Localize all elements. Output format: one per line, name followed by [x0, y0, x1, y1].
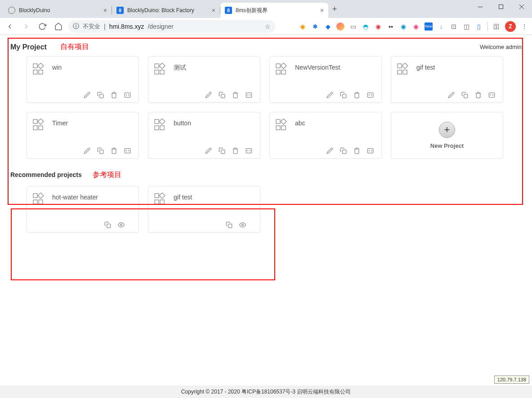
forward-button[interactable]	[20, 20, 32, 33]
globe-icon	[8, 7, 15, 14]
ext-icon[interactable]: ◆	[324, 22, 332, 31]
copy-icon[interactable]	[219, 147, 226, 155]
svg-rect-48	[33, 200, 37, 204]
copy-icon[interactable]	[97, 147, 104, 155]
delete-icon[interactable]	[111, 147, 118, 155]
url-host: hmi.8ms.xyz	[109, 23, 144, 30]
reload-button[interactable]	[36, 20, 49, 33]
delete-icon[interactable]	[475, 92, 482, 99]
annotation-text: 自有项目	[60, 42, 89, 52]
site-icon: 8	[116, 7, 124, 14]
separator	[487, 22, 488, 31]
code-icon[interactable]	[124, 147, 131, 155]
delete-icon[interactable]	[232, 92, 239, 99]
ext-icon[interactable]: ◫	[462, 22, 470, 31]
url-input[interactable]: ⓘ 不安全 | hmi.8ms.xyz/designer ☆	[68, 20, 275, 33]
recommended-card[interactable]: hot-water heater	[27, 186, 139, 233]
ext-icon[interactable]: ▯	[475, 22, 483, 31]
svg-rect-54	[155, 200, 159, 204]
code-icon[interactable]	[124, 92, 131, 99]
minimize-button[interactable]	[470, 0, 491, 13]
page-content: My Project 自有项目 Welcome admin win 测试 New…	[0, 35, 532, 385]
ext-icon[interactable]: ◓	[362, 22, 370, 31]
tab-3[interactable]: 8 8ms创新视界 ×	[220, 3, 328, 18]
copy-icon[interactable]	[340, 92, 347, 99]
delete-icon[interactable]	[353, 147, 361, 155]
svg-rect-38	[221, 150, 225, 154]
home-button[interactable]	[52, 20, 65, 33]
code-icon[interactable]	[367, 92, 374, 99]
new-project-label: New Project	[430, 142, 464, 149]
svg-rect-23	[402, 63, 408, 69]
copy-icon[interactable]	[219, 92, 226, 99]
svg-rect-37	[160, 126, 164, 130]
copy-icon[interactable]	[226, 221, 233, 229]
code-icon[interactable]	[367, 147, 374, 155]
ext-icon[interactable]: ◉	[412, 22, 420, 31]
project-card[interactable]: Timer	[27, 112, 139, 159]
ext-icon[interactable]: ◉	[399, 22, 407, 31]
profile-avatar[interactable]: Z	[505, 21, 516, 32]
edit-icon[interactable]	[205, 147, 212, 155]
preview-icon[interactable]	[239, 221, 246, 229]
maximize-button[interactable]	[491, 0, 511, 13]
close-icon[interactable]: ×	[320, 7, 324, 14]
ext-icon[interactable]: ◉	[299, 22, 307, 31]
copy-icon[interactable]	[104, 221, 112, 229]
project-card[interactable]: 测试	[148, 56, 260, 103]
ext-new-badge[interactable]: New	[425, 22, 433, 31]
svg-rect-11	[159, 63, 165, 69]
tab-2[interactable]: 8 BlocklyDuino: Block Factory ×	[112, 3, 220, 18]
project-card[interactable]: button	[148, 112, 260, 159]
edit-icon[interactable]	[448, 92, 455, 99]
edit-icon[interactable]	[205, 92, 212, 99]
copy-icon[interactable]	[461, 92, 469, 99]
delete-icon[interactable]	[111, 92, 118, 99]
close-icon[interactable]: ×	[103, 7, 107, 14]
ext-icon[interactable]: ▭	[349, 22, 357, 31]
ext-icon[interactable]: ◉	[374, 22, 382, 31]
new-project-card[interactable]: + New Project	[391, 112, 503, 159]
close-window-button[interactable]	[511, 0, 532, 13]
key-icon[interactable]: ⚿	[492, 22, 501, 31]
site-icon: 8	[225, 7, 232, 14]
project-card[interactable]: abc	[269, 112, 382, 159]
edit-icon[interactable]	[84, 147, 91, 155]
code-icon[interactable]	[488, 92, 496, 99]
project-name: NewVersionTest	[295, 63, 340, 71]
delete-icon[interactable]	[353, 92, 361, 99]
project-card[interactable]: NewVersionTest	[269, 56, 382, 103]
new-tab-button[interactable]: +	[328, 3, 341, 15]
bookmark-icon[interactable]: ☆	[265, 23, 271, 30]
menu-icon[interactable]: ⋮	[520, 22, 528, 31]
code-icon[interactable]	[246, 147, 253, 155]
svg-rect-25	[403, 70, 407, 74]
copy-icon[interactable]	[97, 92, 104, 99]
svg-rect-52	[155, 194, 159, 198]
close-icon[interactable]: ×	[212, 7, 215, 14]
ext-icon[interactable]: ⊡	[450, 22, 458, 31]
back-button[interactable]	[4, 20, 16, 33]
project-card[interactable]: gif test	[391, 56, 503, 103]
ext-icon[interactable]: ▪▪	[387, 22, 395, 31]
tab-1[interactable]: BlocklyDuino ×	[4, 3, 112, 18]
ext-icon[interactable]	[336, 22, 344, 31]
edit-icon[interactable]	[84, 92, 91, 99]
delete-icon[interactable]	[232, 147, 239, 155]
ext-icon[interactable]: ✱	[311, 22, 319, 31]
edit-icon[interactable]	[326, 92, 334, 99]
svg-rect-6	[33, 70, 37, 74]
ip-badge: 120.79.7.138	[494, 376, 529, 384]
project-name: abc	[295, 119, 305, 127]
download-icon[interactable]: ↓	[437, 22, 445, 31]
edit-icon[interactable]	[326, 147, 334, 155]
svg-rect-42	[276, 126, 280, 130]
preview-icon[interactable]	[118, 221, 125, 229]
app-icon	[32, 119, 46, 132]
project-card[interactable]: win	[27, 56, 139, 103]
recommended-card[interactable]: gif test	[148, 186, 260, 233]
copy-icon[interactable]	[340, 147, 347, 155]
svg-rect-45	[367, 149, 373, 153]
code-icon[interactable]	[246, 92, 253, 99]
svg-rect-16	[276, 64, 280, 68]
